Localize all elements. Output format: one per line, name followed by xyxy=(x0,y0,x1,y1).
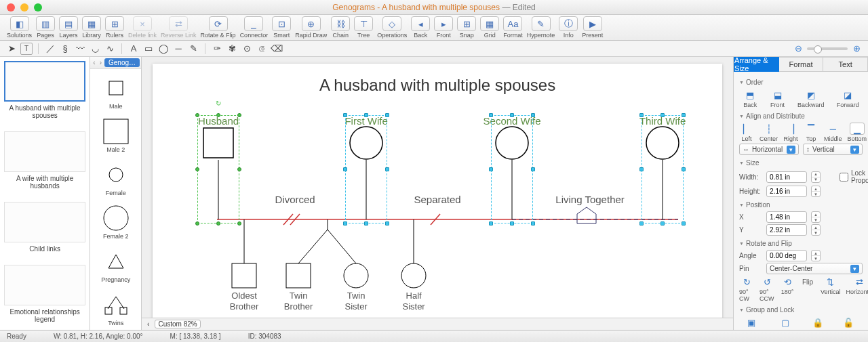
width-field[interactable] xyxy=(766,171,807,183)
angle-field[interactable] xyxy=(766,250,807,261)
tab-arrange-size[interactable]: Arrange & Size xyxy=(734,57,779,72)
section-size[interactable]: Size xyxy=(739,159,863,167)
zoom-window-button[interactable] xyxy=(34,3,42,12)
lock-proportions-checkbox[interactable] xyxy=(840,173,848,181)
library-item-female[interactable]: Female xyxy=(90,156,141,199)
present-button[interactable]: ▶Present xyxy=(580,16,604,39)
half-sister-label[interactable]: Half Sister xyxy=(402,291,425,312)
library-button[interactable]: ▦Library xyxy=(81,16,102,39)
magnet-tool-icon[interactable]: ⊙ xyxy=(241,43,253,55)
pages-button[interactable]: ▥Pages xyxy=(35,16,56,39)
unlock-button[interactable]: 🔓UnLock xyxy=(838,316,859,330)
back-button[interactable]: ◂Back xyxy=(410,16,431,39)
height-field[interactable] xyxy=(766,186,807,197)
diagram-page[interactable]: A husband with multiple spouses xyxy=(153,64,722,318)
pointer-tool-icon[interactable]: ➤ xyxy=(5,43,18,55)
align-left-button[interactable]: ▏Left xyxy=(739,123,754,142)
rotate-180-button[interactable]: ⟲180° xyxy=(780,276,795,302)
erase-tool-icon[interactable]: ⌫ xyxy=(271,43,283,55)
align-bottom-button[interactable]: ▁Bottom xyxy=(848,123,867,142)
rect-tool-icon[interactable]: ▭ xyxy=(142,43,155,55)
page-thumbnail[interactable] xyxy=(4,202,85,242)
grid-button[interactable]: ▦Grid xyxy=(479,16,500,39)
zoom-slider[interactable] xyxy=(807,47,848,50)
ellipse-tool-icon[interactable]: ◯ xyxy=(157,43,170,55)
rotate-flip-button[interactable]: ⟳Rotate & Flip xyxy=(199,16,237,39)
minimize-window-button[interactable] xyxy=(20,3,28,12)
order-back-button[interactable]: ⬒Back xyxy=(743,89,757,108)
format-button[interactable]: AaFormat xyxy=(502,16,524,39)
rapid-draw-button[interactable]: ⊕Rapid Draw xyxy=(294,16,328,39)
hypernote-button[interactable]: ✎Hypernote xyxy=(526,16,557,39)
group-button[interactable]: ▣Group xyxy=(743,316,760,330)
order-front-button[interactable]: ⬓Front xyxy=(770,89,785,108)
front-button[interactable]: ▸Front xyxy=(433,16,454,39)
stamp-tool-icon[interactable]: ✾ xyxy=(226,43,238,55)
align-right-button[interactable]: ▕Right xyxy=(783,123,798,142)
connector-button[interactable]: ⎯Connector xyxy=(239,16,270,39)
operations-button[interactable]: ◇Operations xyxy=(376,16,408,39)
tab-format[interactable]: Format xyxy=(779,57,824,72)
line-alt-tool-icon[interactable]: ─ xyxy=(172,43,184,55)
divorced-label[interactable]: Divorced xyxy=(275,194,315,205)
align-center-button[interactable]: ┆Center xyxy=(760,123,778,142)
eyedropper-tool-icon[interactable]: ✑ xyxy=(211,43,223,55)
section-align[interactable]: Align and Distribute xyxy=(739,112,863,120)
living-together-label[interactable]: Living Together xyxy=(555,194,624,205)
smart-button[interactable]: ⊡Smart xyxy=(271,16,292,39)
align-middle-button[interactable]: ─Middle xyxy=(824,123,842,142)
library-item-male2[interactable]: Male 2 xyxy=(90,112,141,156)
arc-tool-icon[interactable]: ◡ xyxy=(89,43,101,55)
section-group[interactable]: Group and Lock xyxy=(739,306,863,314)
solutions-button[interactable]: ◧Solutions xyxy=(5,16,33,39)
twin-brother-label[interactable]: Twin Brother xyxy=(284,291,313,312)
flip-horizontal-button[interactable]: ⇄Horizontal xyxy=(846,276,868,302)
rulers-button[interactable]: ⊞Rulers xyxy=(104,16,125,39)
section-tool-icon[interactable]: § xyxy=(59,43,71,55)
oldest-brother-label[interactable]: Oldest Brother xyxy=(230,291,259,312)
crop-tool-icon[interactable]: ⟃ xyxy=(256,43,268,55)
pencil-tool-icon[interactable]: ✎ xyxy=(187,43,199,55)
distribute-horizontal-select[interactable]: ↔Horizontal xyxy=(739,144,799,155)
text-tool-icon[interactable]: T xyxy=(20,43,33,55)
library-item-twins[interactable]: Twins xyxy=(90,286,141,329)
zoom-in-icon[interactable]: ⊕ xyxy=(850,43,863,55)
rotate-90ccw-button[interactable]: ↺90° CCW xyxy=(760,276,774,302)
tab-text[interactable]: Text xyxy=(823,57,868,72)
library-prev-icon[interactable]: ‹ xyxy=(92,59,96,66)
order-forward-button[interactable]: ◪Forward xyxy=(837,89,859,108)
align-top-button[interactable]: ▔Top xyxy=(804,123,818,142)
width-stepper[interactable]: ▲▼ xyxy=(811,171,821,183)
library-next-icon[interactable]: › xyxy=(98,59,103,66)
height-stepper[interactable]: ▲▼ xyxy=(811,186,821,197)
layers-button[interactable]: ▤Layers xyxy=(58,16,79,39)
snap-button[interactable]: ⊞Snap xyxy=(456,16,477,39)
page-nav-prev-icon[interactable]: ‹ xyxy=(147,320,149,328)
x-field[interactable] xyxy=(766,211,807,223)
page-thumbnail[interactable] xyxy=(4,131,85,172)
spline-tool-icon[interactable]: ∿ xyxy=(104,43,116,55)
page-thumbnail[interactable] xyxy=(4,61,85,102)
y-field[interactable] xyxy=(766,224,807,236)
tree-button[interactable]: ⊤Tree xyxy=(353,16,374,39)
library-item-pregnancy[interactable]: Pregnancy xyxy=(90,242,141,286)
section-order[interactable]: Order xyxy=(739,79,863,86)
flip-vertical-button[interactable]: ⇅Vertical xyxy=(821,276,841,302)
library-item-female2[interactable]: Female 2 xyxy=(90,199,141,242)
section-position[interactable]: Position xyxy=(739,201,863,209)
twin-sister-label[interactable]: Twin Sister xyxy=(344,291,367,312)
order-backward-button[interactable]: ◩Backward xyxy=(797,89,825,108)
library-item-male[interactable]: Male xyxy=(90,69,141,112)
separated-label[interactable]: Separated xyxy=(414,194,460,205)
pin-select[interactable]: Center-Center xyxy=(766,263,863,274)
close-window-button[interactable] xyxy=(7,3,15,12)
canvas-scroll[interactable]: A husband with multiple spouses xyxy=(142,57,733,318)
rotate-90cw-button[interactable]: ↻90° CW xyxy=(739,276,754,302)
lock-button[interactable]: 🔒Lock xyxy=(810,316,825,330)
y-stepper[interactable]: ▲▼ xyxy=(811,224,821,236)
text-label-icon[interactable]: A xyxy=(127,43,140,55)
zoom-out-icon[interactable]: ⊖ xyxy=(792,43,804,55)
ungroup-button[interactable]: ▢UnGroup xyxy=(773,316,798,330)
library-selector[interactable]: Genog… xyxy=(104,58,140,67)
line-tool-icon[interactable]: ／ xyxy=(44,43,56,55)
